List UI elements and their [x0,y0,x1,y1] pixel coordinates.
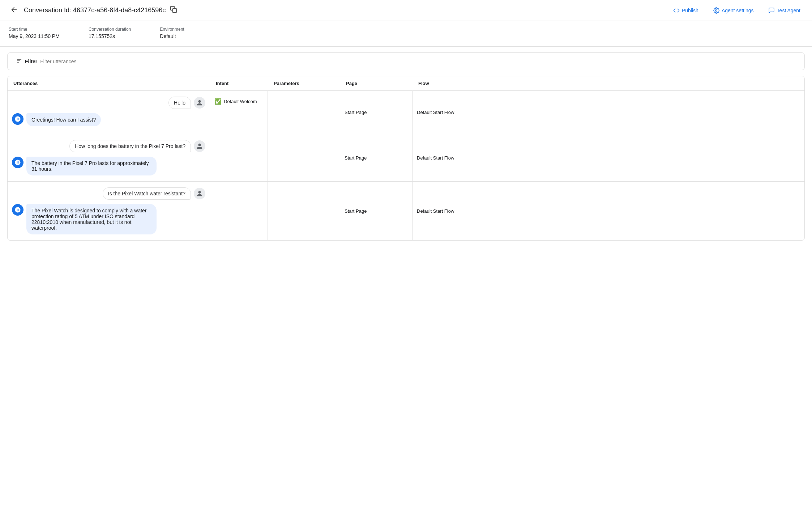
table-row: Hello Greetings! How can I assist? ✅ Def… [8,91,804,134]
svg-point-1 [715,9,717,11]
page-cell-0: Start Page [340,91,413,134]
copy-icon[interactable] [170,6,177,15]
start-time-value: May 9, 2023 11:50 PM [9,33,60,39]
agent-bubble-0: Greetings! How can I assist? [26,113,101,126]
col-flow: Flow [418,81,799,86]
header-actions: Publish Agent settings Test Agent [670,6,803,15]
col-page: Page [346,81,418,86]
agent-avatar-0 [12,113,23,125]
agent-bubble-1: The battery in the Pixel 7 Pro lasts for… [26,157,157,175]
utterances-table: Utterances Intent Parameters Page Flow H… [7,76,805,241]
duration-value: 17.155752s [89,33,131,39]
agent-message-row-0: Greetings! How can I assist? [12,113,205,126]
filter-input[interactable] [40,59,796,64]
intent-value-0: Default Welcom [224,99,257,104]
test-agent-button[interactable]: Test Agent [765,6,803,15]
flow-value-1: Default Start Flow [417,155,454,161]
flow-cell-1: Default Start Flow [413,134,804,181]
start-time-item: Start time May 9, 2023 11:50 PM [9,27,60,39]
page-cell-2: Start Page [340,182,413,240]
agent-settings-button[interactable]: Agent settings [710,6,757,15]
intent-badge-0: ✅ Default Welcom [214,98,257,105]
intent-cell-0: ✅ Default Welcom [210,91,268,134]
utterances-cell-2: Is the Pixel Watch water resistant? The … [8,182,210,240]
col-utterances: Utterances [13,81,216,86]
table-row: How long does the battery in the Pixel 7… [8,134,804,182]
environment-label: Environment [160,27,184,32]
agent-message-row-1: The battery in the Pixel 7 Pro lasts for… [12,157,205,175]
page-value-2: Start Page [345,208,367,214]
flow-cell-0: Default Start Flow [413,91,804,134]
user-message-row-1: How long does the battery in the Pixel 7… [12,140,205,152]
meta-bar: Start time May 9, 2023 11:50 PM Conversa… [0,21,812,47]
agent-message-row-2: The Pixel Watch is designed to comply wi… [12,204,205,234]
intent-cell-1 [210,134,268,181]
agent-avatar-2 [12,204,23,216]
filter-bar: Filter [7,52,805,70]
start-time-label: Start time [9,27,60,32]
user-avatar-1 [194,140,205,152]
back-button[interactable] [9,4,20,16]
params-cell-0 [268,91,340,134]
intent-cell-2 [210,182,268,240]
user-message-row-0: Hello [12,97,205,109]
agent-settings-label: Agent settings [722,8,754,13]
environment-item: Environment Default [160,27,184,39]
user-message-row-2: Is the Pixel Watch water resistant? [12,187,205,200]
user-bubble-0: Hello [168,97,191,109]
publish-label: Publish [682,8,698,13]
test-agent-label: Test Agent [777,8,800,13]
agent-bubble-2: The Pixel Watch is designed to comply wi… [26,204,157,234]
page-value-0: Start Page [345,110,367,115]
user-bubble-2: Is the Pixel Watch water resistant? [103,187,191,200]
user-avatar-2 [194,188,205,199]
user-bubble-1: How long does the battery in the Pixel 7… [69,140,191,152]
params-cell-1 [268,134,340,181]
utterances-cell-1: How long does the battery in the Pixel 7… [8,134,210,181]
col-parameters: Parameters [274,81,346,86]
publish-button[interactable]: Publish [670,6,701,15]
duration-item: Conversation duration 17.155752s [89,27,131,39]
params-cell-2 [268,182,340,240]
filter-icon [16,58,22,65]
intent-check-icon: ✅ [214,98,222,105]
utterances-cell-0: Hello Greetings! How can I assist? [8,91,210,134]
col-intent: Intent [216,81,274,86]
agent-avatar-1 [12,157,23,168]
flow-cell-2: Default Start Flow [413,182,804,240]
svg-rect-0 [173,9,177,13]
table-header: Utterances Intent Parameters Page Flow [8,76,804,91]
page-cell-1: Start Page [340,134,413,181]
header-left: Conversation Id: 46377c-a56-8f4-da8-c421… [9,4,664,16]
duration-label: Conversation duration [89,27,131,32]
conversation-id: Conversation Id: 46377c-a56-8f4-da8-c421… [24,7,166,14]
page-value-1: Start Page [345,155,367,161]
filter-label: Filter [25,59,37,64]
user-avatar-0 [194,97,205,109]
flow-value-2: Default Start Flow [417,208,454,214]
flow-value-0: Default Start Flow [417,110,454,115]
header: Conversation Id: 46377c-a56-8f4-da8-c421… [0,0,812,21]
environment-value: Default [160,33,184,39]
table-row: Is the Pixel Watch water resistant? The … [8,182,804,240]
